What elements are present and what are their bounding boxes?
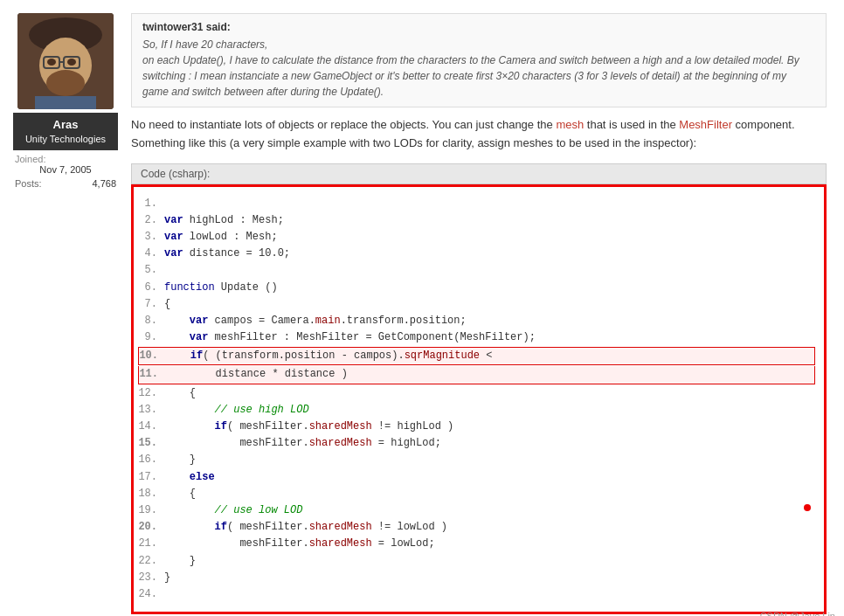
code-line-16: 16. }	[138, 452, 815, 468]
svg-rect-9	[35, 96, 96, 109]
code-line-14: 14. if( meshFilter.sharedMesh != highLod…	[138, 419, 815, 435]
code-line-13: 13. // use high LOD	[138, 402, 815, 419]
joined-label: Joined:	[15, 154, 116, 164]
code-line-3: 3. var lowLod : Mesh;	[138, 229, 815, 246]
code-line-19: 19. // use low LOD	[138, 502, 815, 519]
quote-author: twintower31 said:	[142, 21, 815, 33]
code-line-23: 23. }	[138, 570, 815, 586]
code-line-18: 18. {	[138, 486, 815, 502]
username-box: Aras Unity Technologies	[13, 113, 118, 150]
username: Aras	[17, 118, 114, 133]
content-area: twintower31 said: So, If I have 20 chara…	[122, 9, 835, 616]
code-line-4: 4. var distance = 10.0;	[138, 246, 815, 262]
svg-point-6	[47, 59, 56, 66]
code-line-10: 10. if( (transform.position - campos).sq…	[138, 347, 815, 365]
page-wrapper: Aras Unity Technologies Joined: Nov 7, 2…	[0, 0, 844, 616]
code-line-21: 21. meshFilter.sharedMesh = lowLod;	[138, 536, 815, 552]
avatar-image	[17, 13, 114, 109]
code-line-17: 17. else	[138, 469, 815, 486]
code-line-2: 2. var highLod : Mesh;	[138, 212, 815, 229]
code-line-22: 22. }	[138, 553, 815, 570]
post-body: No need to instantiate lots of objects o…	[131, 116, 827, 153]
svg-point-8	[46, 70, 85, 96]
code-block[interactable]: 1. 2. var highLod : Mesh; 3. var lowLod …	[131, 184, 827, 615]
posts-count: 4,768	[92, 178, 116, 189]
code-line-6: 6. function Update ()	[138, 280, 815, 296]
joined-date: Nov 7, 2005	[15, 164, 116, 175]
user-role: Unity Technologies	[17, 133, 114, 145]
code-line-24: 24.	[138, 586, 815, 603]
code-line-15: 15. meshFilter.sharedMesh = highLod;	[138, 435, 815, 452]
code-line-5: 5.	[138, 262, 815, 279]
user-meta: Joined: Nov 7, 2005 Posts: 4,768	[13, 150, 118, 192]
svg-point-7	[67, 59, 76, 66]
watermark: CSDN @Jave.Lin	[760, 611, 835, 616]
code-line-12: 12. {	[138, 385, 815, 402]
code-label: Code (csharp):	[131, 163, 827, 184]
code-line-11: 11. distance * distance )	[138, 366, 815, 384]
avatar	[17, 13, 114, 109]
code-line-8: 8. var campos = Camera.main.transform.po…	[138, 313, 815, 329]
code-line-20: 20. if( meshFilter.sharedMesh != lowLod …	[138, 519, 815, 536]
code-line-7: 7. {	[138, 296, 815, 313]
post-container: Aras Unity Technologies Joined: Nov 7, 2…	[0, 0, 844, 616]
code-line-1: 1.	[138, 196, 815, 212]
user-sidebar: Aras Unity Technologies Joined: Nov 7, 2…	[9, 9, 122, 616]
quoted-post: twintower31 said: So, If I have 20 chara…	[131, 13, 827, 107]
code-line-9: 9. var meshFilter : MeshFilter = GetComp…	[138, 329, 815, 346]
posts-label: Posts:	[15, 178, 42, 189]
quote-text: So, If I have 20 characters, on each Upd…	[142, 37, 815, 100]
